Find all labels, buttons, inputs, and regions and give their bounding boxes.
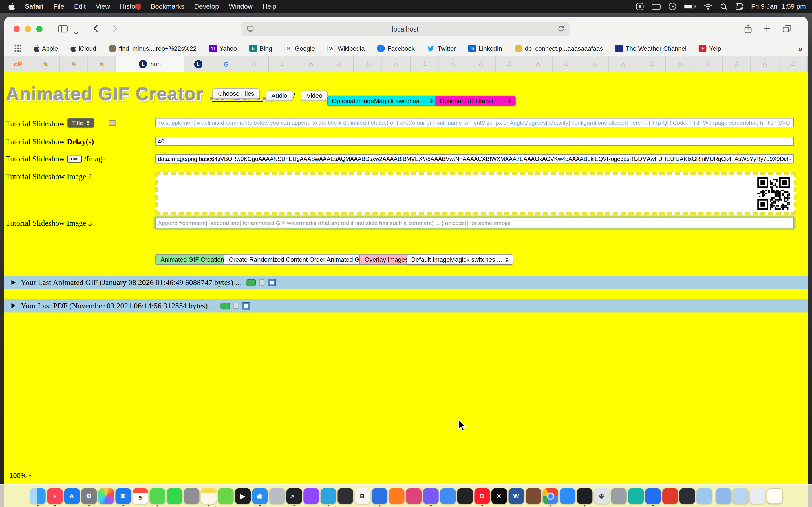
app-x-icon[interactable]: X — [491, 488, 507, 504]
tab-empty-favorites[interactable]: ☆ — [552, 56, 581, 72]
title-mode-select[interactable]: Title — [67, 118, 94, 128]
new-tab-icon[interactable] — [763, 25, 770, 34]
battery-icon[interactable] — [684, 4, 696, 9]
animated-gif-creation-button[interactable]: Animated GIF Creation — [155, 254, 229, 265]
chrome-icon[interactable] — [543, 488, 558, 504]
last-pdf-details-bar[interactable]: Your Last PDF (November 03 2021 06:14:56… — [4, 299, 808, 313]
tab-empty-favorites[interactable]: ☆ — [410, 56, 439, 72]
menu-item[interactable]: Bookmarks — [151, 3, 184, 10]
overlay-images-button[interactable]: Overlay Images — [359, 254, 413, 265]
tab-4[interactable]: ✎ — [88, 56, 116, 72]
bookmark-bing[interactable]: bBing — [249, 45, 272, 52]
app-teal-icon[interactable] — [628, 488, 644, 504]
app-blue-2-icon[interactable] — [440, 488, 455, 504]
menu-extra-icon[interactable] — [636, 3, 644, 10]
tab-empty-favorites[interactable]: ☆ — [609, 56, 638, 72]
tab-empty-favorites[interactable]: ☆ — [723, 56, 751, 72]
podcasts-icon[interactable] — [303, 488, 319, 504]
menu-bar-clock[interactable]: Fri 9 Jan 1:59 pm — [751, 3, 806, 10]
menu-item[interactable]: Safari — [25, 3, 43, 10]
tab-empty-favorites[interactable]: ☆ — [581, 56, 609, 72]
tab-google[interactable]: G — [212, 56, 240, 72]
audio-button[interactable]: Audio — [266, 91, 293, 101]
favorites-grid-icon[interactable] — [14, 45, 21, 52]
messages-icon[interactable] — [149, 488, 165, 504]
menu-item[interactable]: Help — [262, 3, 276, 10]
keyboard-icon[interactable] — [652, 3, 661, 10]
tab-empty-favorites[interactable]: ☆ — [382, 56, 410, 72]
imagemagick-switches-select[interactable]: Optional ImageMagick switches ... — [327, 96, 438, 106]
app-red-icon[interactable] — [662, 488, 677, 504]
maps-icon[interactable] — [218, 488, 233, 504]
address-bar[interactable]: localhost — [241, 22, 569, 36]
calendar-icon[interactable]: 9 — [132, 488, 148, 504]
facetime-icon[interactable] — [167, 488, 182, 504]
disclosure-triangle-icon[interactable] — [11, 303, 15, 308]
chevron-down-icon[interactable] — [73, 27, 79, 37]
safari-icon[interactable]: ◉ — [252, 488, 267, 504]
video-button[interactable]: Video — [301, 91, 328, 101]
telegram-icon[interactable] — [320, 488, 336, 504]
tab-empty-favorites[interactable]: ☆ — [240, 56, 269, 72]
system-settings-icon[interactable]: ⚙ — [81, 488, 96, 504]
tv-icon[interactable]: ▶ — [235, 488, 250, 504]
randomized-gif-button[interactable]: Create Randomized Content Order Animated… — [223, 254, 370, 265]
delay-input[interactable] — [155, 136, 794, 146]
tab-empty-favorites[interactable]: ☆ — [638, 56, 666, 72]
tab-huh-active[interactable]: Lhuh — [116, 56, 184, 72]
zoom-indicator[interactable]: 100% — [9, 472, 32, 480]
bookmark-find-minus[interactable]: find_minus....rep+%22s%22 — [109, 45, 197, 52]
app-gray-icon[interactable] — [269, 488, 285, 504]
disclosure-triangle-icon[interactable] — [11, 280, 15, 285]
play-icon[interactable] — [669, 3, 677, 10]
tab-2[interactable]: ✎ — [32, 56, 60, 72]
app-dark-3-icon[interactable] — [576, 488, 592, 504]
bookmark-yahoo[interactable]: Y!Yahoo — [209, 45, 237, 52]
app-purple-icon[interactable] — [423, 488, 439, 504]
bookmark-facebook[interactable]: fFacebook — [377, 45, 415, 52]
downloads-folder-icon[interactable] — [715, 488, 731, 504]
app-dark-4-icon[interactable] — [679, 488, 695, 504]
tab-empty-favorites[interactable]: ☆ — [751, 56, 779, 72]
app-lightblue-icon[interactable] — [696, 488, 712, 504]
sidebar-toggle-icon[interactable] — [58, 25, 68, 35]
close-button[interactable] — [13, 26, 20, 32]
title-config-input[interactable] — [155, 118, 794, 127]
tab-cpanel[interactable]: cP — [4, 56, 32, 72]
minimize-button[interactable] — [25, 26, 31, 32]
bookmarks-overflow-icon[interactable]: » — [799, 44, 803, 53]
data-uri-input[interactable] — [155, 154, 794, 163]
menu-item[interactable]: Edit — [74, 3, 86, 10]
app-globe-icon[interactable]: ⊕ — [594, 488, 609, 504]
menu-item[interactable]: View — [96, 3, 110, 10]
minimized-window-icon[interactable] — [750, 488, 765, 504]
tab-empty-favorites[interactable]: ☆ — [354, 56, 382, 72]
photos-icon[interactable] — [98, 488, 114, 504]
tab-empty-favorites[interactable]: ☆ — [325, 56, 354, 72]
bookmark-google[interactable]: GGoogle — [285, 45, 315, 52]
app-pink-icon[interactable] — [406, 488, 421, 504]
fullscreen-button[interactable] — [36, 26, 43, 32]
tab-empty-favorites[interactable]: ☆ — [496, 56, 524, 72]
tab-l[interactable]: L — [185, 56, 212, 72]
choose-files-button[interactable]: Choose Files — [212, 89, 260, 99]
tab-empty-favorites[interactable]: ☆ — [269, 56, 297, 72]
default-imagemagick-select[interactable]: Default ImageMagick switches ... — [407, 254, 513, 265]
image3-watermark-input[interactable] — [155, 218, 794, 228]
dock-divider[interactable] — [713, 488, 714, 504]
word-icon[interactable]: W — [508, 488, 524, 504]
wifi-icon[interactable] — [704, 3, 713, 10]
bookmark-icloud[interactable]: iCloud — [70, 45, 96, 52]
bookmark-weather-channel[interactable]: The Weather Channel — [615, 45, 687, 52]
last-gif-details-bar[interactable]: Your Last Animated GIF (January 08 2026 … — [4, 276, 808, 289]
opera-icon[interactable]: O — [474, 488, 490, 504]
app-blue-3-icon[interactable] — [645, 488, 661, 504]
share-icon[interactable] — [744, 24, 752, 36]
spotlight-icon[interactable] — [721, 3, 728, 10]
app-brown-icon[interactable] — [525, 488, 541, 504]
reload-icon[interactable] — [558, 25, 564, 34]
app-gray-2-icon[interactable] — [611, 488, 626, 504]
menu-item[interactable]: File — [53, 3, 64, 10]
app-blue-icon[interactable] — [371, 488, 387, 504]
tab-empty-favorites[interactable]: ☆ — [524, 56, 553, 72]
